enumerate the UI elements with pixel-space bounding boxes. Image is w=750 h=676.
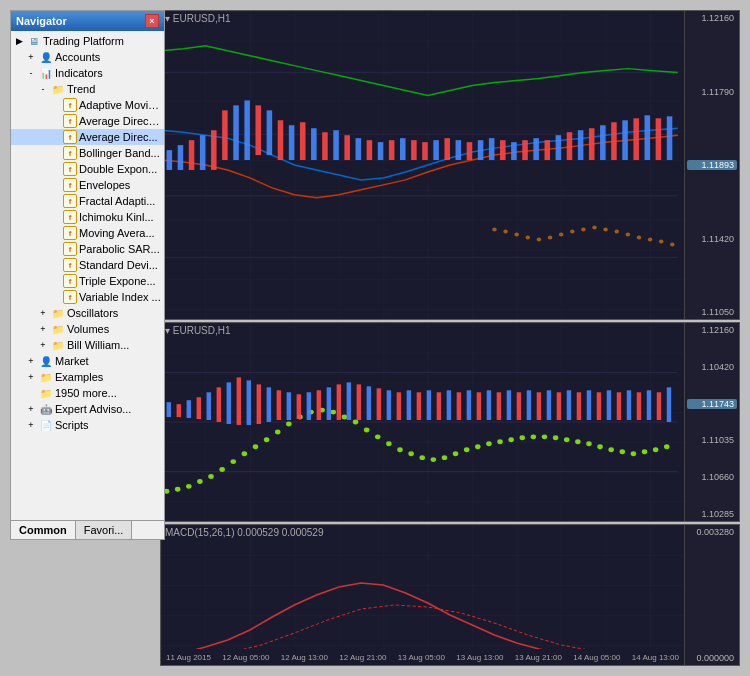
nav-item-bollinger[interactable]: fBollinger Band... <box>11 145 164 161</box>
nav-icon-envelopes: f <box>63 178 77 192</box>
nav-item-parabolic[interactable]: fParabolic SAR... <box>11 241 164 257</box>
chart-top[interactable]: ▾ EURUSD,H1 <box>160 10 740 320</box>
svg-point-104 <box>519 435 525 440</box>
nav-text-oscillators: Oscillators <box>67 307 118 319</box>
svg-rect-165 <box>637 392 641 420</box>
chart-bottom-y-axis: 0.003280 0.000000 <box>684 525 739 665</box>
svg-point-73 <box>175 487 181 492</box>
svg-rect-163 <box>617 392 621 420</box>
nav-text-bill-williams: Bill William... <box>67 339 129 351</box>
svg-rect-147 <box>457 392 461 420</box>
y-label-m2: 1.10420 <box>687 362 737 372</box>
x-label-8: 14 Aug 05:00 <box>573 653 620 662</box>
nav-item-scripts[interactable]: +📄Scripts <box>11 417 164 433</box>
x-label-9: 14 Aug 13:00 <box>632 653 679 662</box>
y-label-1: 1.12160 <box>687 13 737 23</box>
svg-point-54 <box>526 236 530 240</box>
chart-top-label: ▾ EURUSD,H1 <box>165 13 231 24</box>
svg-rect-120 <box>187 400 191 418</box>
svg-rect-19 <box>322 132 328 160</box>
svg-point-99 <box>464 447 470 452</box>
svg-point-100 <box>475 444 481 449</box>
nav-item-market[interactable]: +👤Market <box>11 353 164 369</box>
nav-text-market: Market <box>55 355 89 367</box>
svg-point-67 <box>670 242 674 246</box>
svg-rect-148 <box>467 390 471 420</box>
nav-item-avg-direc[interactable]: fAverage Direc... <box>11 129 164 145</box>
svg-point-111 <box>597 444 603 449</box>
nav-item-adaptive-ma[interactable]: fAdaptive Moving Average <box>11 97 164 113</box>
svg-rect-24 <box>378 142 384 160</box>
svg-rect-122 <box>207 392 211 420</box>
navigator-titlebar: Navigator × <box>11 11 164 31</box>
svg-rect-47 <box>633 118 639 160</box>
svg-rect-37 <box>522 140 528 160</box>
nav-item-double-exp[interactable]: fDouble Expon... <box>11 161 164 177</box>
nav-item-std-dev[interactable]: fStandard Devi... <box>11 257 164 273</box>
nav-item-ichimoku[interactable]: fIchimoku Kinl... <box>11 209 164 225</box>
nav-item-triple-exp[interactable]: fTriple Expone... <box>11 273 164 289</box>
svg-point-57 <box>559 233 563 237</box>
svg-point-51 <box>492 228 496 232</box>
nav-item-avg-dir-mvt[interactable]: fAverage Directional Movement Index <box>11 113 164 129</box>
y-label-4: 1.11050 <box>687 307 737 317</box>
chart-top-y-axis: 1.12160 1.11790 1.11893 1.11420 1.11050 <box>684 11 739 319</box>
expand-icon-market: + <box>25 355 37 367</box>
svg-point-92 <box>386 441 392 446</box>
svg-rect-42 <box>578 130 584 160</box>
nav-text-ichimoku: Ichimoku Kinl... <box>79 211 154 223</box>
nav-icon-1950-more: 📁 <box>39 386 53 400</box>
nav-icon-indicators: 📊 <box>39 66 53 80</box>
svg-rect-119 <box>177 404 181 417</box>
svg-rect-38 <box>533 138 539 160</box>
chart-mid[interactable]: ▾ EURUSD,H1 <box>160 322 740 522</box>
svg-point-81 <box>264 437 270 442</box>
svg-point-83 <box>286 422 292 427</box>
nav-item-trading-platform[interactable]: ▶🖥Trading Platform <box>11 33 164 49</box>
nav-item-volumes[interactable]: +📁Volumes <box>11 321 164 337</box>
nav-item-variable-idx[interactable]: fVariable Index ... <box>11 289 164 305</box>
nav-item-fractal[interactable]: fFractal Adapti... <box>11 193 164 209</box>
nav-item-accounts[interactable]: +👤Accounts <box>11 49 164 65</box>
chart-bottom[interactable]: MACD(15,26,1) 0.000529 0.000529 0.003280… <box>160 524 740 666</box>
svg-point-101 <box>486 441 492 446</box>
nav-text-double-exp: Double Expon... <box>79 163 157 175</box>
nav-item-bill-williams[interactable]: +📁Bill William... <box>11 337 164 353</box>
svg-point-112 <box>608 447 614 452</box>
svg-point-75 <box>197 479 203 484</box>
svg-point-110 <box>586 441 592 446</box>
svg-rect-11 <box>233 105 239 160</box>
svg-point-82 <box>275 429 281 434</box>
nav-item-1950-more[interactable]: 📁1950 more... <box>11 385 164 401</box>
nav-item-examples[interactable]: +📁Examples <box>11 369 164 385</box>
nav-item-envelopes[interactable]: fEnvelopes <box>11 177 164 193</box>
svg-point-105 <box>531 434 537 439</box>
svg-point-113 <box>620 449 626 454</box>
nav-item-trend[interactable]: -📁Trend <box>11 81 164 97</box>
nav-item-indicators[interactable]: -📊Indicators <box>11 65 164 81</box>
close-button[interactable]: × <box>145 14 159 28</box>
nav-item-oscillators[interactable]: +📁Oscillators <box>11 305 164 321</box>
svg-point-95 <box>419 455 425 460</box>
navigator-tabs: CommonFavori... <box>11 520 164 539</box>
svg-rect-17 <box>300 122 306 160</box>
nav-item-moving-avg[interactable]: fMoving Avera... <box>11 225 164 241</box>
nav-text-avg-direc: Average Direc... <box>79 131 158 143</box>
nav-tab-favorites[interactable]: Favori... <box>76 521 133 539</box>
svg-rect-49 <box>656 118 662 160</box>
nav-item-expert-advisors[interactable]: +🤖Expert Adviso... <box>11 401 164 417</box>
svg-rect-162 <box>607 390 611 420</box>
svg-point-88 <box>342 415 348 420</box>
nav-icon-fractal: f <box>63 194 77 208</box>
svg-rect-157 <box>557 392 561 420</box>
svg-rect-125 <box>237 377 241 425</box>
svg-point-77 <box>219 467 225 472</box>
svg-rect-158 <box>567 390 571 420</box>
nav-text-indicators: Indicators <box>55 67 103 79</box>
nav-tab-common[interactable]: Common <box>11 521 76 539</box>
nav-icon-ichimoku: f <box>63 210 77 224</box>
x-label-7: 13 Aug 21:00 <box>515 653 562 662</box>
svg-rect-166 <box>647 390 651 420</box>
svg-rect-141 <box>397 392 401 420</box>
y-label-highlighted: 1.11893 <box>687 160 737 170</box>
